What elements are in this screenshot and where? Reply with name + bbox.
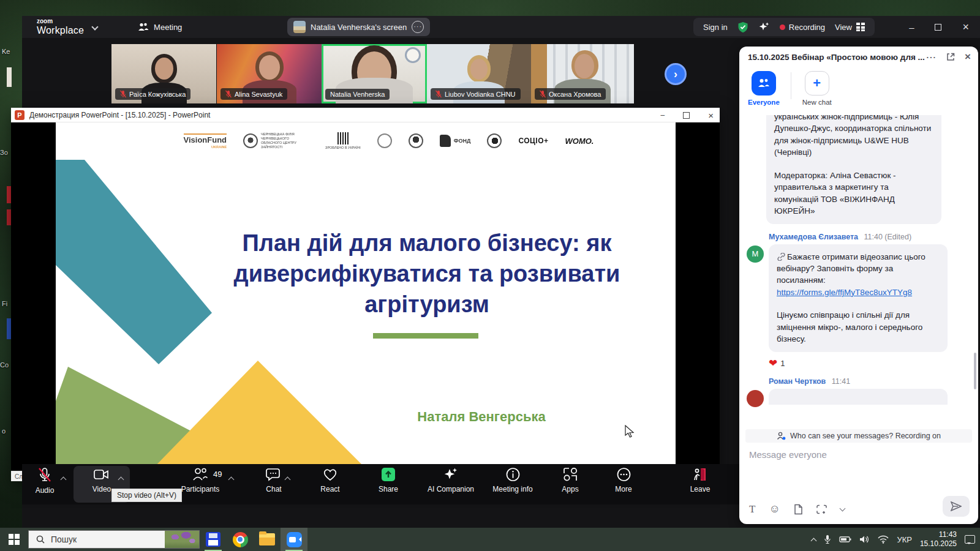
- clock-date: 15.10.2025: [920, 539, 957, 549]
- participant-video[interactable]: Alina Sevastyuk: [217, 44, 322, 103]
- apps-label: Apps: [562, 485, 578, 493]
- employment-center-logo: ЧЕРНІВЕЦЬКА ФІЛІЯ ЧЕРНІВЕЦЬКОГО ОБЛАСНОГ…: [243, 132, 309, 149]
- share-button[interactable]: Share: [359, 467, 418, 493]
- taskbar-app-chrome[interactable]: [227, 528, 254, 551]
- taskbar-app-floppy[interactable]: [200, 528, 227, 551]
- socio-logo: СОЦІО+: [518, 137, 548, 145]
- participant-name: Liubov Vodianka CHNU: [445, 91, 516, 98]
- desktop-icon-sliver: [7, 67, 12, 87]
- tab-new-chat[interactable]: + New chat: [802, 71, 832, 106]
- person-silhouette: [470, 59, 488, 80]
- taskbar-search[interactable]: Пошук: [28, 530, 200, 549]
- people-icon: [138, 22, 149, 32]
- chevron-down-icon[interactable]: [91, 23, 98, 30]
- everyone-tab-button[interactable]: [752, 71, 776, 96]
- taskbar-clock[interactable]: 11:43 15.10.2025: [920, 530, 957, 549]
- participants-label: Participants: [181, 485, 220, 493]
- made-in-ukraine-logo: ЗРОБЛЕНО В УКРАЇНІ: [325, 132, 361, 150]
- minimize-button[interactable]: –: [909, 23, 914, 32]
- language-indicator[interactable]: УКР: [897, 535, 912, 544]
- muted-mic-icon: [120, 90, 126, 98]
- chat-close-icon[interactable]: ×: [965, 51, 971, 63]
- taskbar-app-explorer[interactable]: [254, 528, 281, 551]
- tray-expand-chevron-icon[interactable]: [811, 538, 817, 544]
- chat-scrollbar[interactable]: [974, 353, 976, 389]
- chat-message-bubble[interactable]: [769, 389, 948, 405]
- chat-button[interactable]: Chat: [244, 467, 303, 493]
- screenshot-icon[interactable]: [816, 504, 827, 514]
- chat-panel: 15.10.2025 Вебінар «Простою мовою для ..…: [739, 47, 978, 524]
- meeting-info-button[interactable]: Meeting info: [483, 467, 542, 493]
- tray-battery-icon[interactable]: [839, 536, 851, 543]
- leave-button[interactable]: Leave: [671, 467, 729, 493]
- chat-message-bubble[interactable]: Бажаєте отримати відеозапис цього вебіна…: [769, 244, 948, 352]
- ppt-restore-button[interactable]: [683, 112, 690, 119]
- apps-button[interactable]: Apps: [541, 467, 600, 493]
- message-sender[interactable]: Роман Чертков: [769, 377, 826, 386]
- participant-video-active-speaker[interactable]: Natalia Venherska: [322, 44, 427, 103]
- reaction-row[interactable]: ❤ 1: [769, 357, 972, 370]
- more-options-icon[interactable]: ···: [412, 21, 424, 33]
- message-sender[interactable]: Мухамедова Єлизавета: [769, 233, 858, 241]
- tray-mic-icon[interactable]: [824, 534, 831, 544]
- tray-wifi-icon[interactable]: [878, 535, 889, 544]
- chat-menu-icon[interactable]: ···: [927, 53, 937, 62]
- ai-sparkle-icon[interactable]: [758, 21, 770, 33]
- muted-mic-icon: [540, 90, 546, 98]
- powerpoint-title-bar[interactable]: P Демонстрация PowerPoint - [15.10.2025]…: [11, 108, 720, 122]
- notification-center-icon[interactable]: [965, 535, 975, 544]
- ai-companion-button[interactable]: AI Companion: [421, 467, 480, 493]
- message-text: українських жінок-підприємиць - Юлія Дуп…: [774, 115, 933, 159]
- new-chat-button[interactable]: +: [805, 71, 829, 96]
- next-participants-button[interactable]: ›: [665, 63, 687, 85]
- view-button[interactable]: View: [835, 23, 865, 32]
- maximize-button[interactable]: [935, 24, 941, 31]
- participant-video[interactable]: Раїса Кожухівська: [111, 44, 216, 103]
- send-button[interactable]: [943, 496, 970, 517]
- heart-reaction-icon[interactable]: ❤: [769, 357, 777, 370]
- chat-message-bubble[interactable]: українських жінок-підприємиць - Юлія Дуп…: [766, 115, 941, 224]
- chat-header: 15.10.2025 Вебінар «Простою мовою для ..…: [739, 47, 978, 67]
- muted-mic-icon: [435, 90, 442, 98]
- powerpoint-window: P Демонстрация PowerPoint - [15.10.2025]…: [11, 108, 720, 481]
- sign-in-button[interactable]: Sign in: [703, 23, 728, 32]
- message-row-clipped: [745, 389, 972, 407]
- tray-volume-icon[interactable]: [859, 535, 870, 544]
- tab-everyone[interactable]: Everyone: [748, 71, 780, 106]
- shield-check-icon[interactable]: [737, 21, 748, 33]
- search-highlight-image[interactable]: [165, 531, 199, 549]
- taskbar-app-zoom[interactable]: [281, 528, 307, 551]
- participant-video[interactable]: Оксана Хромова: [531, 44, 634, 103]
- chat-privacy-notice: Who can see your messages? Recording on: [745, 429, 972, 443]
- womo-logo: WOMO.: [565, 137, 594, 146]
- chat-message-list[interactable]: українських жінок-підприємиць - Юлія Дуп…: [739, 115, 978, 429]
- people-icon: [757, 77, 771, 89]
- message-input[interactable]: Message everyone: [749, 449, 827, 460]
- send-plane-icon: [951, 501, 962, 511]
- ppt-close-button[interactable]: ×: [708, 110, 714, 121]
- format-text-icon[interactable]: T: [749, 503, 755, 515]
- close-button[interactable]: ×: [962, 21, 969, 32]
- react-label: React: [320, 485, 339, 493]
- participant-video[interactable]: Liubov Vodianka CHNU: [427, 44, 531, 103]
- react-button[interactable]: React: [301, 467, 360, 493]
- more-button[interactable]: More: [594, 467, 653, 493]
- audio-button[interactable]: Audio: [15, 467, 74, 495]
- mouse-cursor: [625, 425, 635, 438]
- pop-out-icon[interactable]: [946, 53, 955, 61]
- tabs-divider: [791, 72, 791, 99]
- start-button[interactable]: [0, 528, 28, 551]
- composer-more-chevron-icon[interactable]: [839, 505, 845, 511]
- slide-decor-teal-band: [56, 160, 215, 368]
- attach-file-icon[interactable]: [794, 504, 803, 515]
- message-link[interactable]: https://forms.gle/ffjMyT8ec8uxYTYg8: [777, 287, 940, 298]
- new-chat-label: New chat: [802, 99, 832, 106]
- message-time: 11:40 (Edited): [864, 233, 912, 241]
- tab-shared-screen[interactable]: Natalia Venherska's screen ···: [287, 18, 430, 36]
- ppt-minimize-button[interactable]: –: [661, 111, 665, 119]
- logo-text-small: zoom: [37, 18, 53, 24]
- participant-name: Natalia Venherska: [330, 91, 385, 98]
- share-screen-icon: [380, 467, 396, 482]
- emoji-icon[interactable]: ☺: [769, 503, 780, 515]
- tab-meeting[interactable]: Meeting: [138, 22, 182, 32]
